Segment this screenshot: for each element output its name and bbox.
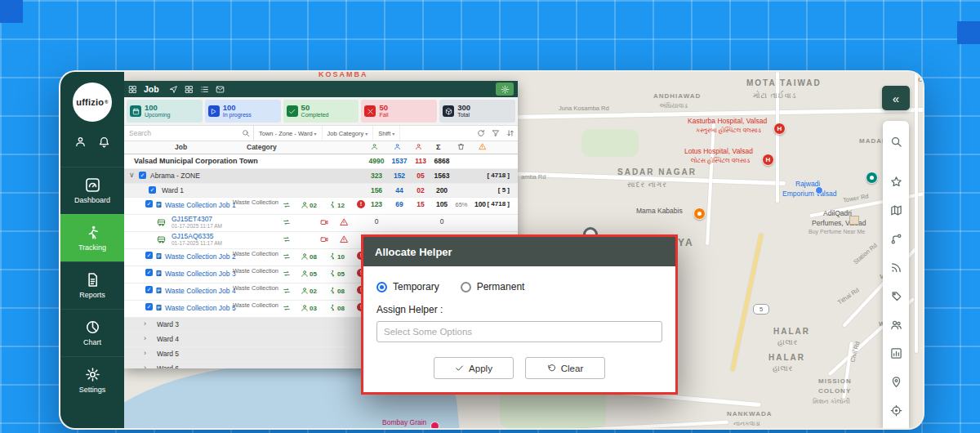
map-marker-hospital[interactable]: H bbox=[762, 154, 774, 166]
status-card-completed[interactable]: 50 Completed bbox=[283, 100, 359, 123]
ward-row[interactable]: ✓Ward 11564402200[ 5 ] bbox=[124, 184, 518, 198]
map-tool-route[interactable] bbox=[883, 225, 909, 253]
transfer-icon[interactable] bbox=[283, 218, 291, 226]
map-marker-building[interactable] bbox=[849, 216, 859, 225]
refresh-icon[interactable] bbox=[474, 129, 488, 137]
row-checkbox[interactable]: ✓ bbox=[149, 186, 156, 194]
sidebar-item-chart[interactable]: Chart bbox=[60, 309, 124, 356]
transfer-icon[interactable] bbox=[283, 201, 291, 209]
map-tool-signal[interactable] bbox=[883, 253, 909, 282]
mail-icon[interactable] bbox=[216, 85, 225, 94]
job-name-link[interactable]: Waste Collection Job 2 bbox=[165, 252, 236, 261]
transfer-icon[interactable] bbox=[283, 235, 291, 243]
map-tool-star[interactable] bbox=[883, 167, 909, 196]
sidebar-item-label: Reports bbox=[79, 291, 105, 299]
transfer-icon[interactable] bbox=[283, 270, 291, 278]
transfer-icon[interactable] bbox=[283, 304, 291, 312]
row-checkbox[interactable]: ✓ bbox=[145, 286, 153, 293]
filter-dropdown-2[interactable]: Shift▾ bbox=[373, 126, 400, 141]
chevron-right-icon[interactable]: › bbox=[144, 319, 146, 328]
row-checkbox[interactable]: ✓ bbox=[145, 303, 153, 310]
camera-icon[interactable] bbox=[320, 235, 328, 243]
vehicle-plate[interactable]: GJ15ET430701-17-2025 11:17 AM bbox=[172, 216, 222, 229]
status-card-total[interactable]: 300 Total bbox=[439, 100, 515, 123]
notifications-icon[interactable] bbox=[98, 136, 110, 148]
decor-square bbox=[0, 0, 23, 23]
vehicle-row[interactable]: GJ15ET430701-17-2025 11:17 AM00 bbox=[124, 215, 518, 232]
map-tool-layers[interactable] bbox=[883, 196, 909, 225]
map-tool-group[interactable] bbox=[883, 310, 909, 339]
map-label: amba Rd bbox=[521, 173, 546, 181]
job-name-link[interactable]: Waste Collection Job 1 bbox=[165, 201, 236, 209]
settings-icon bbox=[85, 367, 100, 382]
sidebar-item-settings[interactable]: Settings bbox=[60, 356, 124, 404]
status-card-in-progress[interactable]: 100 In progress bbox=[205, 100, 281, 123]
pin-icon bbox=[890, 376, 902, 388]
filter-dropdown-0[interactable]: Town - Zone - Ward▾ bbox=[254, 126, 323, 141]
panel-settings-button[interactable] bbox=[496, 83, 514, 96]
funnel-icon[interactable] bbox=[488, 129, 503, 137]
row-checkbox[interactable]: ✓ bbox=[145, 269, 153, 276]
chevron-right-icon[interactable]: › bbox=[144, 364, 146, 368]
sort-icon[interactable] bbox=[503, 129, 518, 137]
vehicle-plate[interactable]: GJ15AQ633501-17-2025 11:17 AM bbox=[172, 233, 222, 246]
map-tool-search[interactable] bbox=[883, 127, 909, 156]
transfer-icon[interactable] bbox=[283, 287, 291, 295]
map-label: Bombay Grain bbox=[382, 418, 426, 426]
apply-button[interactable]: Apply bbox=[434, 357, 514, 379]
logo-text: uffizio bbox=[76, 97, 104, 107]
map-marker-orange[interactable] bbox=[693, 208, 706, 220]
transfer-icon[interactable] bbox=[283, 252, 291, 261]
chevron-down-icon[interactable]: ∨ bbox=[129, 171, 135, 179]
job-name-link[interactable]: Waste Collection Job 4 bbox=[165, 287, 236, 295]
status-count: 300 bbox=[457, 104, 470, 112]
search-icon[interactable] bbox=[242, 129, 250, 137]
status-card-fail[interactable]: 50 Fail bbox=[361, 100, 437, 123]
radio-temporary[interactable]: Temporary bbox=[376, 281, 439, 292]
map-marker-pink[interactable] bbox=[430, 422, 439, 428]
map-marker-shield[interactable]: 5 bbox=[753, 304, 769, 315]
job-name-link[interactable]: Waste Collection Job 3 bbox=[165, 270, 236, 278]
chevron-right-icon[interactable]: › bbox=[144, 334, 146, 342]
collapse-panel-button[interactable]: « bbox=[882, 86, 910, 110]
map-tool-pin[interactable] bbox=[883, 368, 909, 396]
map-tool-matrix[interactable] bbox=[883, 339, 909, 368]
town-row[interactable]: Valsad Municipal Corporation Town4990153… bbox=[124, 154, 518, 169]
status-count: 100 bbox=[223, 104, 252, 112]
map-label: Kasturba Hospital, Valsad bbox=[688, 117, 767, 125]
map-marker-hospital[interactable]: H bbox=[773, 123, 786, 135]
zone-row[interactable]: ∨✓Abrama - ZONE323152051563[ 4718 ] bbox=[124, 169, 518, 184]
camera-icon[interactable] bbox=[320, 218, 328, 226]
column-helpers-inprogress-icon bbox=[394, 143, 401, 150]
grid-icon[interactable] bbox=[185, 85, 194, 94]
map-label: કસ્તુરબા હોસ્પિટલ વલસાડ bbox=[696, 127, 761, 135]
job-name-link[interactable]: Waste Collection Job 5 bbox=[165, 304, 236, 312]
count-n1: 4990 bbox=[364, 157, 389, 165]
list-icon[interactable] bbox=[200, 85, 209, 94]
grid-icon bbox=[128, 85, 137, 94]
row-checkbox[interactable]: ✓ bbox=[145, 200, 153, 208]
sidebar: uffizio® Dashboard Tracking Reports Char… bbox=[60, 72, 124, 428]
map-tool-gps[interactable] bbox=[883, 396, 909, 425]
sidebar-item-reports[interactable]: Reports bbox=[60, 261, 124, 309]
filter-dropdown-1[interactable]: Job Category▾ bbox=[323, 126, 374, 141]
nav-icon[interactable] bbox=[169, 85, 178, 94]
map-tool-tag[interactable] bbox=[883, 282, 909, 310]
sidebar-item-dashboard[interactable]: Dashboard bbox=[60, 167, 124, 214]
sidebar-item-tracking[interactable]: Tracking bbox=[60, 214, 124, 261]
row-checkbox[interactable]: ✓ bbox=[145, 252, 153, 259]
status-card-upcoming[interactable]: 100 Upcoming bbox=[127, 100, 203, 123]
walk-icon bbox=[328, 201, 336, 209]
map-marker-bluedot[interactable] bbox=[815, 186, 823, 194]
user-icon[interactable] bbox=[74, 136, 87, 148]
star-icon bbox=[890, 176, 902, 188]
clear-button[interactable]: Clear bbox=[525, 357, 605, 379]
helper-select-input[interactable] bbox=[376, 321, 662, 342]
warning-icon bbox=[340, 235, 348, 243]
row-checkbox[interactable]: ✓ bbox=[139, 172, 146, 179]
chevron-right-icon[interactable]: › bbox=[144, 349, 146, 357]
radio-permanent[interactable]: Permanent bbox=[461, 281, 525, 292]
search-input[interactable] bbox=[127, 128, 229, 138]
map-marker-teal[interactable] bbox=[866, 172, 878, 184]
job-row[interactable]: ✓Waste Collection Job 1Waste Collection0… bbox=[124, 198, 518, 215]
